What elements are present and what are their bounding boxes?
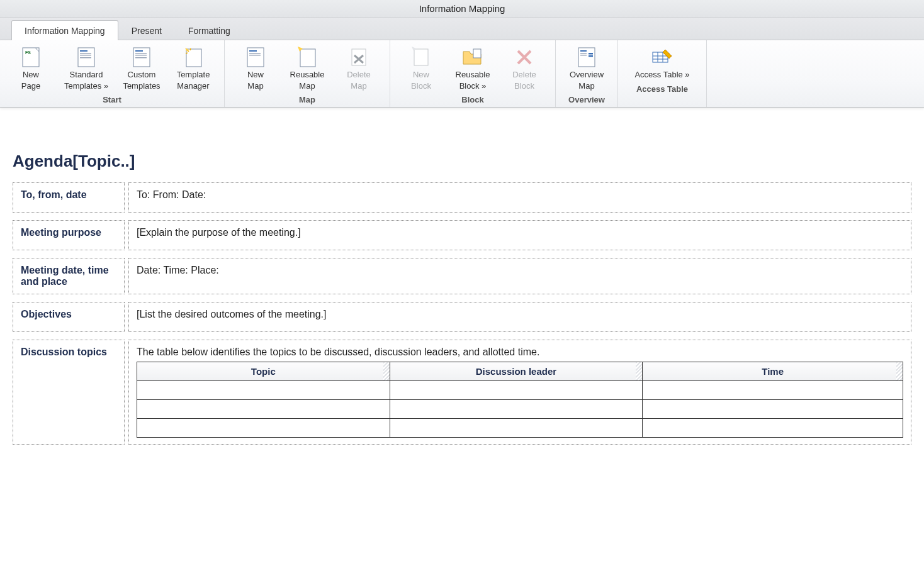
group-map-label: Map bbox=[299, 95, 315, 104]
x-plain-icon bbox=[514, 47, 535, 68]
svg-rect-11 bbox=[135, 57, 147, 58]
group-access-table: Access Table » Access Table bbox=[618, 40, 707, 107]
page-spark-icon bbox=[296, 47, 318, 68]
block-body[interactable]: The table below identifies the topics to… bbox=[128, 340, 911, 445]
svg-rect-10 bbox=[135, 55, 147, 56]
svg-rect-25 bbox=[580, 50, 587, 52]
ribbon: FS New Page Standard Templates » Custom … bbox=[0, 40, 924, 108]
access-table-button[interactable]: Access Table » bbox=[624, 44, 700, 83]
delete-block-button: Delete Block bbox=[500, 44, 549, 94]
block-meeting-date-time-place: Meeting date, time and place Date: Time:… bbox=[13, 258, 911, 294]
block-body[interactable]: To: From: Date: bbox=[128, 182, 911, 213]
svg-rect-17 bbox=[249, 55, 261, 56]
block-body[interactable]: [Explain the purpose of the meeting.] bbox=[128, 220, 911, 250]
page-spark-icon bbox=[183, 47, 204, 68]
svg-text:FS: FS bbox=[25, 50, 31, 55]
svg-rect-23 bbox=[473, 49, 481, 58]
svg-rect-21 bbox=[414, 49, 428, 65]
group-block-label: Block bbox=[461, 95, 483, 104]
reusable-map-button[interactable]: Reusable Map bbox=[283, 44, 332, 94]
svg-rect-3 bbox=[80, 50, 87, 52]
block-label[interactable]: Objectives bbox=[13, 302, 125, 332]
block-label[interactable]: Discussion topics bbox=[13, 340, 125, 445]
block-body[interactable]: [List the desired outcomes of the meetin… bbox=[128, 302, 911, 332]
table-pencil-icon bbox=[651, 47, 673, 68]
discussion-intro[interactable]: The table below identifies the topics to… bbox=[137, 347, 903, 358]
page-list-icon bbox=[576, 47, 597, 68]
new-page-button[interactable]: FS New Page bbox=[6, 44, 55, 94]
template-manager-button[interactable]: Template Manager bbox=[169, 44, 218, 94]
folder-icon bbox=[462, 47, 483, 68]
svg-rect-8 bbox=[135, 50, 143, 52]
table-row[interactable] bbox=[137, 400, 903, 419]
new-map-button[interactable]: New Map bbox=[231, 44, 280, 94]
tab-formatting[interactable]: Formatting bbox=[175, 20, 244, 40]
svg-rect-16 bbox=[249, 53, 261, 54]
group-block: New Block Reusable Block » Delete Block … bbox=[390, 40, 556, 107]
window-titlebar: Information Mapping bbox=[0, 0, 924, 18]
svg-rect-6 bbox=[80, 57, 91, 58]
svg-rect-15 bbox=[249, 50, 257, 52]
custom-templates-button[interactable]: Custom Templates bbox=[117, 44, 166, 94]
col-time[interactable]: Time bbox=[643, 362, 903, 381]
group-overview: Overview Map Overview bbox=[556, 40, 618, 107]
window-title: Information Mapping bbox=[419, 3, 505, 14]
svg-rect-20 bbox=[352, 49, 366, 65]
block-discussion-topics: Discussion topics The table below identi… bbox=[13, 340, 911, 445]
new-block-button: New Block bbox=[397, 44, 446, 94]
table-row[interactable] bbox=[137, 419, 903, 438]
group-overview-label: Overview bbox=[568, 95, 605, 104]
group-map: New Map Reusable Map Delete Map Map bbox=[225, 40, 390, 107]
group-access-label: Access Table bbox=[636, 84, 688, 94]
ribbon-tabs: Information Mapping Present Formatting bbox=[0, 18, 924, 40]
block-to-from-date: To, from, date To: From: Date: bbox=[13, 182, 911, 213]
block-body[interactable]: Date: Time: Place: bbox=[128, 258, 911, 294]
tab-information-mapping[interactable]: Information Mapping bbox=[11, 20, 118, 40]
col-discussion-leader[interactable]: Discussion leader bbox=[390, 362, 643, 381]
tab-present[interactable]: Present bbox=[118, 20, 175, 40]
svg-rect-4 bbox=[80, 53, 91, 54]
page-lines-icon bbox=[76, 47, 97, 68]
overview-map-button[interactable]: Overview Map bbox=[562, 44, 611, 94]
page-dot-icon bbox=[410, 47, 432, 68]
svg-rect-18 bbox=[300, 49, 315, 67]
svg-rect-9 bbox=[135, 53, 147, 54]
reusable-block-button[interactable]: Reusable Block » bbox=[448, 44, 497, 94]
group-start: FS New Page Standard Templates » Custom … bbox=[0, 40, 225, 107]
document-area: Agenda[Topic..] To, from, date To: From:… bbox=[0, 108, 924, 477]
block-label[interactable]: Meeting date, time and place bbox=[13, 258, 125, 294]
standard-templates-button[interactable]: Standard Templates » bbox=[58, 44, 115, 94]
block-label[interactable]: To, from, date bbox=[13, 182, 125, 213]
group-start-label: Start bbox=[103, 95, 121, 104]
page-title[interactable]: Agenda[Topic..] bbox=[13, 152, 911, 171]
page-fs-icon: FS bbox=[20, 47, 42, 68]
col-topic[interactable]: Topic bbox=[137, 362, 390, 381]
svg-rect-29 bbox=[580, 55, 587, 56]
discussion-table[interactable]: Topic Discussion leader Time bbox=[137, 362, 903, 438]
table-row[interactable] bbox=[137, 381, 903, 400]
block-label[interactable]: Meeting purpose bbox=[13, 220, 125, 250]
svg-rect-26 bbox=[589, 53, 593, 55]
page-x-icon bbox=[348, 47, 369, 68]
svg-rect-28 bbox=[580, 53, 587, 54]
block-meeting-purpose: Meeting purpose [Explain the purpose of … bbox=[13, 220, 911, 250]
page-lines-icon bbox=[131, 47, 152, 68]
delete-map-button: Delete Map bbox=[334, 44, 383, 94]
svg-rect-5 bbox=[80, 55, 91, 56]
svg-rect-27 bbox=[589, 55, 593, 57]
page-lines-icon bbox=[245, 47, 266, 68]
block-objectives: Objectives [List the desired outcomes of… bbox=[13, 302, 911, 332]
